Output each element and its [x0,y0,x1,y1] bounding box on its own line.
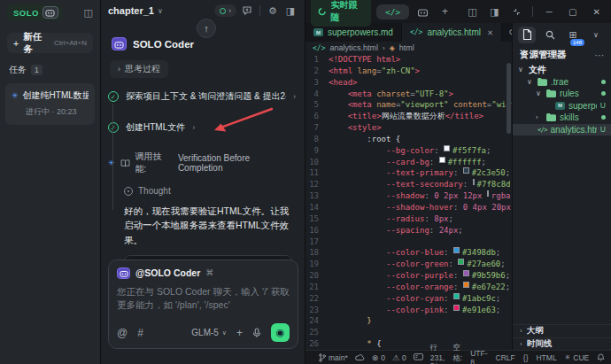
solo-browser-icon[interactable] [414,7,431,17]
modified-dot-badge [601,80,606,84]
mention-chip[interactable]: @SOLO Coder [135,267,200,278]
git-status-badge: U [600,101,606,110]
new-task-button[interactable]: + 新任务 Ctrl+Alt+N [7,33,93,53]
solo-mode-toggle[interactable]: SOLO [7,4,62,20]
code-line: 13 --shadow: 0 2px 12px rgba(0, [306,190,512,202]
remote-terminal-item[interactable] [414,353,423,361]
timeline-connector [112,104,113,210]
color-swatch-icon [487,190,489,197]
context-hash-icon[interactable]: # [137,327,143,339]
formatter-label: CUE [573,353,589,362]
close-tab-icon[interactable]: ✕ [487,28,493,37]
layout-panel-icon[interactable]: ◨ [283,5,298,17]
step-label: 探索项目上下文 & 询问澄清问题 & 提出2-3种设计方... [126,90,286,103]
tree-item--trae[interactable]: ∨.trae [513,76,611,89]
code-lines: 1<!DOCTYPE html>2<html lang="zh-CN">3<he… [306,54,512,350]
warnings-item[interactable]: ⚠ 0 [392,353,406,362]
code-view-button[interactable]: </> [376,4,409,19]
stop-send-button[interactable]: ◉ [271,323,290,342]
add-view-icon[interactable]: + [437,5,453,18]
tab-analytics-html[interactable]: </> analytics.html ✕ [402,23,502,42]
mention-icon[interactable]: @ [117,327,128,339]
explorer-title: 资源管理器 [520,49,567,61]
outline-section[interactable]: › 大纲 [513,324,611,337]
code-line: 7 <style> [306,122,512,134]
minimize-button[interactable]: ─ [540,7,559,17]
pill-chevron-icon: › [228,6,231,15]
explorer-more-icon[interactable]: ⋯ [595,50,605,60]
settings-gear-icon[interactable]: ⚙ [266,5,280,17]
git-branch-item[interactable]: main* [319,353,348,362]
color-swatch-icon [463,282,469,288]
notifications-item[interactable] [597,353,605,362]
tree-item-superpowers-[interactable]: Msuperpowers...U [513,100,611,112]
task-spinner-icon: ✳ [12,91,19,100]
step-explore[interactable]: ✓ 探索项目上下文 & 询问澄清问题 & 提出2-3种设计方... › [101,86,305,107]
file-type-icon: </> [313,44,325,52]
panel-toggle-icon[interactable]: ◫ [84,7,93,19]
files-view-icon[interactable] [518,27,536,43]
tree-item-rules[interactable]: ∨rules [513,88,611,100]
split-editor-icon[interactable]: ◫ [464,6,481,18]
code-line: 10 --card-bg: #ffffff; [306,157,512,168]
code-line: 5 <meta name="viewport" content="width=d [306,99,512,111]
language-mode[interactable]: HTML [536,353,556,362]
bell-icon [597,353,605,362]
chat-input-placeholder[interactable]: 您正在与 SOLO Coder 聊天，输入 '/' 获取更多能力，如 '/pla… [117,285,290,314]
check-icon: ✓ [108,122,119,133]
warning-icon: ⚠ [392,353,399,362]
session-chevron-icon[interactable]: ∨ [158,7,163,15]
code-line: 15 --radius: 8px; [306,213,512,225]
encoding[interactable]: UTF-8 [470,349,487,364]
extensions-view-icon[interactable]: ⊞ 148 [564,27,582,43]
agent-name: SOLO Coder [133,39,194,50]
close-button[interactable]: ✕ [587,7,606,17]
tree-item--[interactable]: ∨文件 [513,64,611,76]
shrink-window-icon[interactable] [508,8,525,16]
editor-scrollbar[interactable] [507,63,511,134]
scroll-to-top-button[interactable]: ↑ [197,19,216,38]
sync-item[interactable] [355,354,365,361]
step-create-html[interactable]: ✓ 创建HTML文件 › [101,117,305,138]
microphone-icon[interactable] [252,328,261,338]
tab-superpowers-md[interactable]: M superpowers.md [306,23,402,42]
more-views-chevron-icon[interactable]: ∨ [587,27,605,43]
chevron-right-icon: › [520,327,522,335]
skill-call-row[interactable]: ✳ 调用技能: Verification Before Completion [101,145,305,177]
errors-item[interactable]: ⊗ 0 [372,353,385,362]
thinking-process-toggle[interactable]: › 思考过程 [110,60,168,78]
cursor-position[interactable]: 行 231, 列 8 [430,343,445,364]
chat-input-card[interactable]: @SOLO Coder ⌘ 您正在与 SOLO Coder 聊天，输入 '/' … [108,259,298,350]
model-name: GLM-5 [191,328,219,337]
color-swatch-icon [453,305,460,311]
code-line: 18 --color-blue: #3498db; [306,247,512,259]
maximize-button[interactable]: ▢ [563,7,582,17]
search-view-icon[interactable] [541,27,559,43]
formatter-item[interactable]: ✳ CUE [565,353,590,362]
chevron-icon: ∨ [536,89,543,97]
code-line: 17 [306,236,512,248]
breadcrumb-node[interactable]: html [399,43,414,52]
session-title[interactable]: chapter_1 [108,5,154,16]
indentation[interactable]: 空格: 4 [452,343,462,364]
task-item[interactable]: ✳ 创建纯HTML数据... 进行中 · 20:23 [5,83,95,125]
run-status-pill[interactable]: › [214,4,236,17]
folder-icon [546,113,556,121]
tree-item-analytics-html[interactable]: </>analytics.htmlU [513,124,611,136]
toggle-panel-icon[interactable]: ◨ [486,6,503,18]
chevron-right-icon: › [118,65,120,74]
chat-panel: chapter_1 ∨ › ⚙ ◨ ↑ SOLO Coder › 思考过程 ✓ … [101,0,306,364]
tree-item-skills[interactable]: ›skills [513,112,611,124]
breadcrumb-file[interactable]: analytics.html [329,43,378,52]
color-swatch-icon [463,270,469,276]
code-editor[interactable]: 1<!DOCTYPE html>2<html lang="zh-CN">3<he… [306,54,512,350]
chevron-icon: › [536,113,543,121]
skill-prefix: 调用技能: [135,151,173,175]
thought-row[interactable]: Thought [124,186,305,196]
add-attachment-icon[interactable]: + [236,327,243,339]
chevron-icon: ∨ [527,78,534,86]
eol-sequence[interactable]: CRLF [496,353,515,362]
new-chat-icon[interactable] [240,5,254,16]
model-selector[interactable]: GLM-5 ∨ [191,328,227,337]
brackets-indicator[interactable]: {} [523,353,529,362]
